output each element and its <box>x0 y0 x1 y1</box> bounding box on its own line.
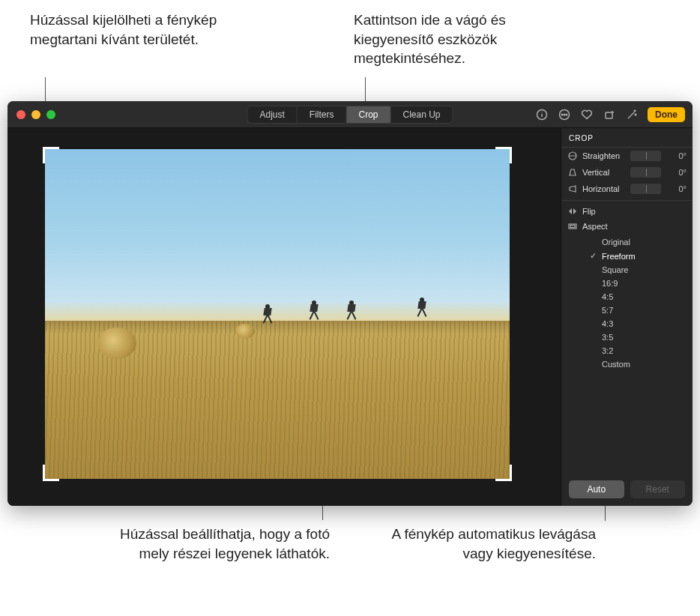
vertical-value: 0° <box>666 168 687 177</box>
aspect-original[interactable]: Original <box>584 235 693 249</box>
svg-point-6 <box>566 114 567 115</box>
photo-content <box>262 304 273 324</box>
straighten-label: Straighten <box>582 151 626 160</box>
auto-enhance-icon[interactable] <box>625 108 639 121</box>
auto-button[interactable]: Auto <box>569 480 624 498</box>
check-icon: ✓ <box>590 251 597 261</box>
crop-handle-top-right[interactable] <box>495 147 512 163</box>
aspect-5-7[interactable]: 5:7 <box>584 304 693 317</box>
aspect-option-label: 16:9 <box>602 279 618 288</box>
aspect-option-label: 3:5 <box>602 333 613 342</box>
slider-track[interactable] <box>630 151 661 161</box>
straighten-icon <box>567 151 578 160</box>
aspect-option-label: Original <box>602 238 630 247</box>
flip-label: Flip <box>582 207 596 216</box>
aspect-header[interactable]: Aspect <box>561 219 693 234</box>
aspect-option-label: Custom <box>602 360 630 369</box>
aspect-option-label: Freeform <box>602 252 636 261</box>
aspect-option-label: 4:5 <box>602 292 613 301</box>
tab-adjust[interactable]: Adjust <box>247 106 297 123</box>
callout-auto-button: A fénykép automatikus levágása vagy kieg… <box>371 525 596 563</box>
aspect-list: Original ✓Freeform Square 16:9 4:5 5:7 4… <box>561 234 693 372</box>
vertical-perspective-icon <box>567 168 578 177</box>
flip-icon <box>567 207 578 216</box>
tab-crop[interactable]: Crop <box>346 106 390 123</box>
photo-content <box>346 301 357 320</box>
horizontal-value: 0° <box>666 184 687 193</box>
photo-crop-area[interactable] <box>45 149 510 479</box>
svg-rect-7 <box>606 112 612 118</box>
window-controls <box>16 110 55 119</box>
callout-crop-tab: Kattintson ide a vágó és kiegyenesítő es… <box>354 10 579 68</box>
crop-handle-top-left[interactable] <box>43 147 59 163</box>
aspect-custom[interactable]: Custom <box>584 357 693 371</box>
info-icon[interactable] <box>535 108 549 121</box>
aspect-freeform[interactable]: ✓Freeform <box>584 249 693 263</box>
minimize-window-button[interactable] <box>31 110 40 119</box>
crop-handle-bottom-left[interactable] <box>43 465 59 481</box>
callout-crop-handle: Húzással kijelölheti a fénykép megtartan… <box>30 10 225 49</box>
crop-panel-title: CROP <box>561 128 693 148</box>
aspect-icon <box>567 222 578 231</box>
divider <box>561 200 693 201</box>
flip-button[interactable]: Flip <box>561 204 693 219</box>
reset-button: Reset <box>630 480 686 498</box>
aspect-square[interactable]: Square <box>584 263 693 277</box>
maximize-window-button[interactable] <box>46 110 55 119</box>
vertical-slider[interactable]: Vertical 0° <box>561 164 693 181</box>
horizontal-slider[interactable]: Horizontal 0° <box>561 181 693 197</box>
aspect-3-2[interactable]: 3:2 <box>584 344 693 357</box>
aspect-16-9[interactable]: 16:9 <box>584 277 693 290</box>
editor-canvas-area <box>7 128 561 506</box>
titlebar: Adjust Filters Crop Clean Up Done <box>7 101 693 128</box>
aspect-4-5[interactable]: 4:5 <box>584 290 693 304</box>
photos-editor-window: Adjust Filters Crop Clean Up Done <box>7 101 693 506</box>
tab-filters[interactable]: Filters <box>298 106 347 123</box>
svg-point-4 <box>561 114 563 115</box>
photo-content <box>97 327 136 359</box>
aspect-3-5[interactable]: 3:5 <box>584 330 693 344</box>
horizontal-perspective-icon <box>567 184 578 193</box>
panel-footer: Auto Reset <box>561 473 693 506</box>
photo-content <box>309 301 319 320</box>
svg-rect-11 <box>570 226 575 228</box>
slider-track[interactable] <box>630 167 661 178</box>
svg-point-5 <box>564 114 565 115</box>
more-icon[interactable] <box>558 108 571 121</box>
aspect-label: Aspect <box>582 222 608 231</box>
slider-track[interactable] <box>630 184 661 194</box>
crop-handle-bottom-right[interactable] <box>495 465 512 481</box>
aspect-option-label: 5:7 <box>602 306 613 315</box>
straighten-value: 0° <box>666 151 687 160</box>
tab-cleanup[interactable]: Clean Up <box>391 106 453 123</box>
aspect-4-3[interactable]: 4:3 <box>584 317 693 330</box>
done-button[interactable]: Done <box>648 107 685 122</box>
aspect-option-label: 3:2 <box>602 346 613 355</box>
toolbar-right: Done <box>535 107 685 122</box>
photo-content <box>417 298 427 317</box>
aspect-option-label: Square <box>602 265 628 274</box>
straighten-slider[interactable]: Straighten 0° <box>561 148 693 164</box>
aspect-option-label: 4:3 <box>602 319 613 328</box>
rotate-icon[interactable] <box>603 108 616 121</box>
favorite-icon[interactable] <box>580 108 594 121</box>
editor-tabs: Adjust Filters Crop Clean Up <box>247 106 453 124</box>
svg-point-2 <box>541 111 542 112</box>
crop-panel: CROP Straighten 0° Vertical 0° Horizonta… <box>561 128 693 506</box>
vertical-label: Vertical <box>582 168 626 177</box>
horizontal-label: Horizontal <box>582 184 626 193</box>
callout-drag-photo: Húzással beállíthatja, hogy a fotó mely … <box>112 525 330 563</box>
close-window-button[interactable] <box>16 110 25 119</box>
